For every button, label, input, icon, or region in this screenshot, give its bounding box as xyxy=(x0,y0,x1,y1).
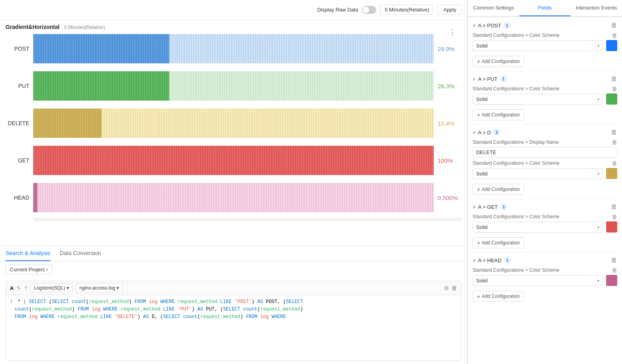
logstore-name-select[interactable]: nginx-access-log ▾ xyxy=(76,284,122,292)
plus-icon: + xyxy=(477,240,480,246)
project-select-chevron: ▾ xyxy=(46,267,48,272)
add-configuration-label: Add Configuration xyxy=(482,293,520,299)
tab-search-&-analysis[interactable]: Search & Analysis xyxy=(6,246,50,261)
help-icon[interactable]: ? xyxy=(24,285,27,291)
bar-track xyxy=(33,34,434,63)
config-label-text: Standard Configurations > Color Scheme xyxy=(473,214,559,219)
section-delete-icon[interactable]: 🗑 xyxy=(611,203,617,210)
add-configuration-button[interactable]: +Add Configuration xyxy=(473,56,524,67)
add-configuration-label: Add Configuration xyxy=(482,59,520,64)
bars-container: POST29.9%PUT28.3%DELETE10.4%GET100%HEAD0… xyxy=(6,30,461,216)
color-swatch[interactable] xyxy=(606,221,617,233)
config-label-delete-icon[interactable]: 🗑 xyxy=(612,139,617,145)
config-label-text: Standard Configurations > Color Scheme xyxy=(473,267,559,273)
section-delete-icon[interactable]: 🗑 xyxy=(611,75,617,82)
display-raw-label: Display Raw Data xyxy=(317,7,358,13)
bar-track xyxy=(33,109,434,138)
field-section-header-head: ∧A > HEAD1🗑 xyxy=(473,257,617,264)
project-select-label: Current Project xyxy=(10,267,44,273)
logstore-name-chevron: ▾ xyxy=(117,285,119,291)
field-section-title: A > GET xyxy=(478,204,498,210)
field-section-header-get: ∧A > GET1🗑 xyxy=(473,203,617,210)
edit-icon[interactable]: ✎ xyxy=(17,285,21,291)
chart-subtitle: 5 Minutes(Relative) xyxy=(64,25,105,30)
apply-button[interactable]: Apply xyxy=(437,5,462,15)
query-label: A xyxy=(10,285,13,291)
bar-value: 100% xyxy=(434,157,461,164)
color-swatch[interactable] xyxy=(606,275,617,286)
section-collapse-icon[interactable]: ∧ xyxy=(473,23,476,28)
bar-track xyxy=(33,71,434,101)
right-tab-fields[interactable]: Fields xyxy=(519,0,571,16)
section-divider xyxy=(473,124,617,125)
section-delete-icon[interactable]: 🗑 xyxy=(611,257,617,264)
field-section-title: A > PUT xyxy=(478,76,498,82)
config-label-delete-icon[interactable]: 🗑 xyxy=(612,32,617,38)
config-row: Standard Configurations > Color Scheme🗑S… xyxy=(473,213,617,233)
right-tab-common-settings[interactable]: Common Settings xyxy=(468,0,519,16)
query-bar: Current Project ▾ xyxy=(0,261,467,278)
section-collapse-icon[interactable]: ∧ xyxy=(473,258,476,263)
field-section-title: A > HEAD xyxy=(478,257,501,263)
bar-value: 29.9% xyxy=(434,46,461,52)
section-collapse-icon[interactable]: ∧ xyxy=(473,204,476,210)
color-swatch[interactable] xyxy=(606,93,617,105)
code-line: 1* | SELECT (SELECT count(request_method… xyxy=(10,298,457,306)
display-raw-toggle[interactable] xyxy=(362,6,376,14)
add-configuration-button[interactable]: +Add Configuration xyxy=(473,184,524,195)
config-label-text: Standard Configurations > Color Scheme xyxy=(473,86,559,91)
chart-title: Gradient&Horizontal xyxy=(6,24,59,30)
config-label-text: Standard Configurations > Color Scheme xyxy=(473,32,559,38)
field-section-post: ∧A > POST1🗑Standard Configurations > Col… xyxy=(473,22,617,71)
section-collapse-icon[interactable]: ∧ xyxy=(473,76,476,82)
bar-track xyxy=(33,146,434,175)
right-tab-interaction-events[interactable]: Interaction Events xyxy=(570,0,622,16)
config-label-delete-icon[interactable]: 🗑 xyxy=(612,86,617,92)
time-range-button[interactable]: 5 Minutes(Relative) xyxy=(380,5,433,15)
section-delete-icon[interactable]: 🗑 xyxy=(611,129,617,136)
tab-data-conversion[interactable]: Data Conversion xyxy=(60,246,101,261)
add-configuration-button[interactable]: +Add Configuration xyxy=(473,291,524,302)
color-scheme-select[interactable]: Solid▾ xyxy=(473,94,603,105)
color-scheme-select[interactable]: Solid▾ xyxy=(473,222,603,233)
delete-query-icon[interactable]: 🗑 xyxy=(452,285,457,292)
code-area[interactable]: 1* | SELECT (SELECT count(request_method… xyxy=(6,295,461,324)
color-swatch[interactable] xyxy=(606,168,617,179)
bar-value: 10.4% xyxy=(434,120,461,127)
add-configuration-button[interactable]: +Add Configuration xyxy=(473,109,524,120)
section-divider xyxy=(473,252,617,253)
config-label-delete-icon[interactable]: 🗑 xyxy=(612,267,617,273)
color-scheme-select[interactable]: Solid▾ xyxy=(473,275,603,286)
horizontal-scrollbar[interactable] xyxy=(33,218,461,221)
field-section-title: A > D xyxy=(478,130,491,135)
left-panel: Display Raw Data 5 Minutes(Relative) App… xyxy=(0,0,467,364)
section-delete-icon[interactable]: 🗑 xyxy=(611,22,617,29)
toggle-thumb xyxy=(363,7,369,13)
config-label-delete-icon[interactable]: 🗑 xyxy=(612,213,617,220)
copy-icon[interactable]: ⧉ xyxy=(444,285,448,292)
plus-icon: + xyxy=(477,293,480,299)
add-configuration-label: Add Configuration xyxy=(482,240,520,246)
bar-label: PUT xyxy=(6,83,33,89)
config-label-delete-icon[interactable]: 🗑 xyxy=(612,160,617,166)
logstore-type-label: Logstore(SQL) xyxy=(34,285,65,291)
section-divider xyxy=(473,199,617,199)
display-name-input[interactable] xyxy=(473,147,617,158)
right-tabs-bar: Common SettingsFieldsInteraction Events xyxy=(468,0,622,17)
config-row: Standard Configurations > Color Scheme🗑S… xyxy=(473,267,617,286)
field-section-put: ∧A > PUT1🗑Standard Configurations > Colo… xyxy=(473,75,617,125)
field-section-get: ∧A > GET1🗑Standard Configurations > Colo… xyxy=(473,203,617,253)
color-swatch[interactable] xyxy=(606,40,617,51)
more-options-icon[interactable]: ⋮ xyxy=(449,28,456,36)
bottom-tabs-bar: Search & AnalysisData Conversion xyxy=(0,246,467,261)
logstore-type-select[interactable]: Logstore(SQL) ▾ xyxy=(31,284,73,292)
bar-label: HEAD xyxy=(6,194,33,201)
section-collapse-icon[interactable]: ∧ xyxy=(473,130,476,135)
config-label-text: Standard Configurations > Color Scheme xyxy=(473,160,559,166)
project-select[interactable]: Current Project ▾ xyxy=(6,265,52,274)
color-scheme-select[interactable]: Solid▾ xyxy=(473,168,603,179)
right-content: ∧A > POST1🗑Standard Configurations > Col… xyxy=(468,17,622,364)
add-configuration-button[interactable]: +Add Configuration xyxy=(473,237,524,248)
field-section-header-post: ∧A > POST1🗑 xyxy=(473,22,617,29)
color-scheme-select[interactable]: Solid▾ xyxy=(473,40,603,51)
